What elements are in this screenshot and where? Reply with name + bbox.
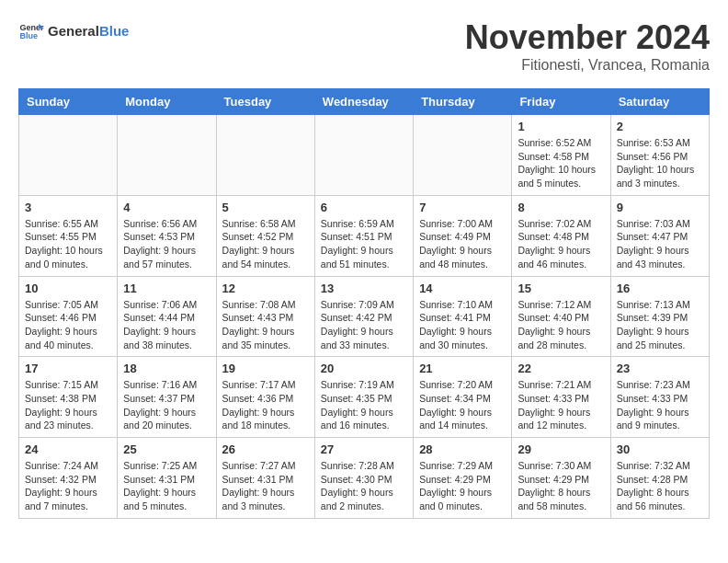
weekday-header: Monday [118, 89, 216, 115]
day-info: Sunrise: 6:58 AM Sunset: 4:52 PM Dayligh… [222, 217, 309, 271]
weekday-header: Friday [512, 89, 610, 115]
day-number: 9 [617, 201, 703, 214]
day-info: Sunrise: 7:05 AM Sunset: 4:46 PM Dayligh… [25, 298, 111, 352]
weekday-header-row: SundayMondayTuesdayWednesdayThursdayFrid… [19, 89, 710, 115]
day-info: Sunrise: 7:10 AM Sunset: 4:41 PM Dayligh… [419, 298, 506, 352]
day-info: Sunrise: 7:08 AM Sunset: 4:43 PM Dayligh… [222, 298, 309, 352]
calendar-day-cell: 16Sunrise: 7:13 AM Sunset: 4:39 PM Dayli… [610, 276, 709, 357]
day-info: Sunrise: 7:23 AM Sunset: 4:33 PM Dayligh… [617, 378, 703, 432]
day-info: Sunrise: 7:21 AM Sunset: 4:33 PM Dayligh… [518, 378, 604, 432]
calendar-day-cell: 20Sunrise: 7:19 AM Sunset: 4:35 PM Dayli… [314, 357, 413, 438]
header: General Blue GeneralBlue November 2024 F… [18, 18, 710, 74]
day-info: Sunrise: 6:53 AM Sunset: 4:56 PM Dayligh… [617, 136, 703, 190]
calendar-day-cell: 4Sunrise: 6:56 AM Sunset: 4:53 PM Daylig… [118, 195, 216, 276]
svg-text:Blue: Blue [19, 31, 38, 40]
day-number: 4 [123, 201, 210, 214]
calendar-week-row: 1Sunrise: 6:52 AM Sunset: 4:58 PM Daylig… [19, 115, 710, 196]
day-number: 28 [419, 442, 506, 456]
day-info: Sunrise: 7:06 AM Sunset: 4:44 PM Dayligh… [123, 298, 210, 352]
day-number: 2 [617, 120, 703, 133]
day-info: Sunrise: 7:29 AM Sunset: 4:29 PM Dayligh… [419, 459, 506, 513]
calendar-day-cell: 22Sunrise: 7:21 AM Sunset: 4:33 PM Dayli… [512, 357, 610, 438]
calendar-day-cell: 2Sunrise: 6:53 AM Sunset: 4:56 PM Daylig… [610, 115, 709, 196]
day-number: 3 [25, 201, 111, 214]
day-info: Sunrise: 6:59 AM Sunset: 4:51 PM Dayligh… [321, 217, 407, 271]
location-title: Fitionesti, Vrancea, Romania [465, 57, 710, 74]
day-number: 13 [321, 282, 407, 295]
day-info: Sunrise: 7:28 AM Sunset: 4:30 PM Dayligh… [321, 459, 407, 513]
calendar-day-cell [216, 115, 314, 196]
logo-general: General [48, 23, 99, 39]
day-info: Sunrise: 6:55 AM Sunset: 4:55 PM Dayligh… [25, 217, 111, 271]
day-number: 18 [123, 362, 210, 375]
calendar-day-cell: 9Sunrise: 7:03 AM Sunset: 4:47 PM Daylig… [610, 195, 709, 276]
calendar-day-cell: 26Sunrise: 7:27 AM Sunset: 4:31 PM Dayli… [216, 438, 314, 519]
calendar-day-cell: 29Sunrise: 7:30 AM Sunset: 4:29 PM Dayli… [512, 438, 610, 519]
calendar: SundayMondayTuesdayWednesdayThursdayFrid… [18, 88, 710, 519]
day-info: Sunrise: 7:32 AM Sunset: 4:28 PM Dayligh… [617, 459, 703, 513]
calendar-day-cell: 15Sunrise: 7:12 AM Sunset: 4:40 PM Dayli… [512, 276, 610, 357]
calendar-day-cell: 19Sunrise: 7:17 AM Sunset: 4:36 PM Dayli… [216, 357, 314, 438]
day-info: Sunrise: 7:24 AM Sunset: 4:32 PM Dayligh… [25, 459, 111, 513]
day-number: 26 [222, 442, 309, 456]
logo-icon: General Blue [18, 18, 44, 44]
calendar-week-row: 3Sunrise: 6:55 AM Sunset: 4:55 PM Daylig… [19, 195, 710, 276]
day-number: 12 [222, 282, 309, 295]
day-number: 10 [25, 282, 111, 295]
calendar-day-cell: 11Sunrise: 7:06 AM Sunset: 4:44 PM Dayli… [118, 276, 216, 357]
day-number: 1 [518, 120, 604, 133]
weekday-header: Sunday [19, 89, 118, 115]
day-number: 11 [123, 282, 210, 295]
day-number: 24 [25, 442, 111, 456]
day-info: Sunrise: 7:27 AM Sunset: 4:31 PM Dayligh… [222, 459, 309, 513]
day-info: Sunrise: 7:13 AM Sunset: 4:39 PM Dayligh… [617, 298, 703, 352]
day-number: 15 [518, 282, 604, 295]
weekday-header: Wednesday [314, 89, 413, 115]
day-number: 19 [222, 362, 309, 375]
calendar-day-cell: 12Sunrise: 7:08 AM Sunset: 4:43 PM Dayli… [216, 276, 314, 357]
calendar-day-cell: 27Sunrise: 7:28 AM Sunset: 4:30 PM Dayli… [314, 438, 413, 519]
logo: General Blue GeneralBlue [18, 18, 129, 44]
day-info: Sunrise: 7:16 AM Sunset: 4:37 PM Dayligh… [123, 378, 210, 432]
day-info: Sunrise: 7:25 AM Sunset: 4:31 PM Dayligh… [123, 459, 210, 513]
calendar-day-cell: 24Sunrise: 7:24 AM Sunset: 4:32 PM Dayli… [19, 438, 118, 519]
day-number: 5 [222, 201, 309, 214]
calendar-week-row: 17Sunrise: 7:15 AM Sunset: 4:38 PM Dayli… [19, 357, 710, 438]
calendar-day-cell: 18Sunrise: 7:16 AM Sunset: 4:37 PM Dayli… [118, 357, 216, 438]
calendar-day-cell: 5Sunrise: 6:58 AM Sunset: 4:52 PM Daylig… [216, 195, 314, 276]
calendar-day-cell: 21Sunrise: 7:20 AM Sunset: 4:34 PM Dayli… [414, 357, 512, 438]
calendar-day-cell: 3Sunrise: 6:55 AM Sunset: 4:55 PM Daylig… [19, 195, 118, 276]
calendar-day-cell [19, 115, 118, 196]
title-area: November 2024 Fitionesti, Vrancea, Roman… [465, 18, 710, 74]
day-number: 21 [419, 362, 506, 375]
day-info: Sunrise: 7:03 AM Sunset: 4:47 PM Dayligh… [617, 217, 703, 271]
weekday-header: Saturday [610, 89, 709, 115]
calendar-day-cell: 30Sunrise: 7:32 AM Sunset: 4:28 PM Dayli… [610, 438, 709, 519]
day-number: 23 [617, 362, 703, 375]
day-info: Sunrise: 7:30 AM Sunset: 4:29 PM Dayligh… [518, 459, 604, 513]
calendar-day-cell: 7Sunrise: 7:00 AM Sunset: 4:49 PM Daylig… [414, 195, 512, 276]
day-info: Sunrise: 6:56 AM Sunset: 4:53 PM Dayligh… [123, 217, 210, 271]
day-info: Sunrise: 6:52 AM Sunset: 4:58 PM Dayligh… [518, 136, 604, 190]
calendar-week-row: 10Sunrise: 7:05 AM Sunset: 4:46 PM Dayli… [19, 276, 710, 357]
day-info: Sunrise: 7:09 AM Sunset: 4:42 PM Dayligh… [321, 298, 407, 352]
day-info: Sunrise: 7:19 AM Sunset: 4:35 PM Dayligh… [321, 378, 407, 432]
calendar-day-cell: 28Sunrise: 7:29 AM Sunset: 4:29 PM Dayli… [414, 438, 512, 519]
calendar-day-cell: 8Sunrise: 7:02 AM Sunset: 4:48 PM Daylig… [512, 195, 610, 276]
day-number: 27 [321, 442, 407, 456]
calendar-day-cell: 1Sunrise: 6:52 AM Sunset: 4:58 PM Daylig… [512, 115, 610, 196]
day-number: 6 [321, 201, 407, 214]
day-info: Sunrise: 7:12 AM Sunset: 4:40 PM Dayligh… [518, 298, 604, 352]
calendar-day-cell [118, 115, 216, 196]
day-number: 8 [518, 201, 604, 214]
day-number: 25 [123, 442, 210, 456]
day-number: 20 [321, 362, 407, 375]
calendar-day-cell: 13Sunrise: 7:09 AM Sunset: 4:42 PM Dayli… [314, 276, 413, 357]
calendar-day-cell [314, 115, 413, 196]
day-number: 14 [419, 282, 506, 295]
day-info: Sunrise: 7:00 AM Sunset: 4:49 PM Dayligh… [419, 217, 506, 271]
day-info: Sunrise: 7:02 AM Sunset: 4:48 PM Dayligh… [518, 217, 604, 271]
month-title: November 2024 [465, 18, 710, 57]
weekday-header: Thursday [414, 89, 512, 115]
calendar-day-cell: 23Sunrise: 7:23 AM Sunset: 4:33 PM Dayli… [610, 357, 709, 438]
